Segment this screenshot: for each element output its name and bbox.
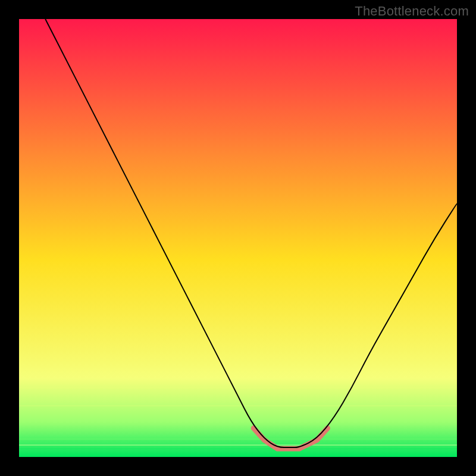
watermark-text: TheBottleneck.com: [355, 4, 469, 19]
gradient-bg: [19, 19, 457, 457]
plot-area: [19, 19, 457, 457]
chart-frame: TheBottleneck.com: [0, 0, 476, 476]
chart-svg: [19, 19, 457, 457]
